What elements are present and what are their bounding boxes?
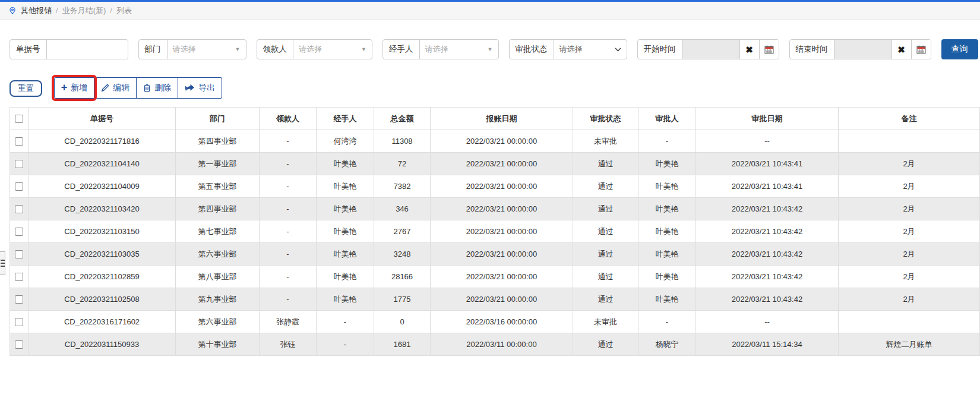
department-filter-group: 部门 请选择 ▼ xyxy=(138,39,246,59)
table-cell: 2月 xyxy=(839,175,980,198)
table-row: CD_20220321171816第四事业部-何湾湾113082022/03/2… xyxy=(10,130,980,153)
row-checkbox[interactable] xyxy=(15,250,23,258)
row-checkbox[interactable] xyxy=(15,228,23,236)
table-body: CD_20220321171816第四事业部-何湾湾113082022/03/2… xyxy=(10,130,980,356)
row-select-cell xyxy=(10,220,29,243)
table-cell: 第四事业部 xyxy=(176,130,260,153)
doc-no-input[interactable] xyxy=(47,40,128,59)
table-cell: - xyxy=(260,220,317,243)
row-checkbox[interactable] xyxy=(15,273,23,281)
export-button-label: 导出 xyxy=(198,83,215,93)
doc-no-filter-group: 单据号 xyxy=(10,39,128,59)
export-button[interactable]: 导出 xyxy=(178,77,222,99)
row-checkbox[interactable] xyxy=(15,205,23,213)
end-time-calendar-button[interactable] xyxy=(911,40,931,59)
drawer-handle-lines-icon xyxy=(1,260,5,261)
reset-button[interactable]: 重置 xyxy=(10,80,42,97)
row-checkbox[interactable] xyxy=(15,160,23,168)
table-row: CD_20220321103420第四事业部-叶美艳3462022/03/21 … xyxy=(10,198,980,220)
payee-label: 领款人 xyxy=(257,40,293,59)
column-header-6: 审批状态 xyxy=(573,108,638,130)
table-cell: 2022/03/21 10:43:42 xyxy=(696,288,839,311)
table-cell: 2022/03/21 00:00:00 xyxy=(431,198,573,220)
table-cell: 未审批 xyxy=(573,311,638,333)
trash-icon xyxy=(143,84,151,92)
clear-x-icon: ✖ xyxy=(897,45,905,54)
table-cell: 叶美艳 xyxy=(317,243,374,266)
filter-bar: 单据号 部门 请选择 ▼ 领款人 请选择 ▼ 经手人 请选择 ▼ 审批状态 请选… xyxy=(10,39,980,59)
row-select-cell xyxy=(10,288,29,311)
table-cell: 叶美艳 xyxy=(317,220,374,243)
department-select[interactable]: 请选择 ▼ xyxy=(167,40,246,59)
column-header-1: 部门 xyxy=(176,108,260,130)
table-cell: CD_20220321103420 xyxy=(29,198,176,220)
table-cell: -- xyxy=(696,130,839,153)
table-cell: 叶美艳 xyxy=(317,153,374,175)
end-time-label: 结束时间 xyxy=(790,40,834,59)
table-cell: 72 xyxy=(374,153,431,175)
table-cell: 2月 xyxy=(839,220,980,243)
row-checkbox[interactable] xyxy=(15,295,23,304)
table-cell: 未审批 xyxy=(573,130,638,153)
column-header-5: 报账日期 xyxy=(431,108,573,130)
table-cell: - xyxy=(260,130,317,153)
search-button[interactable]: 查询 xyxy=(941,39,978,59)
table-cell: - xyxy=(638,130,696,153)
approval-status-select[interactable]: 请选择 xyxy=(554,40,627,59)
add-button[interactable]: + 新增 xyxy=(54,77,95,99)
row-checkbox[interactable] xyxy=(15,137,23,146)
add-button-label: 新增 xyxy=(71,83,87,93)
handler-select[interactable]: 请选择 ▼ xyxy=(420,40,498,59)
row-select-cell xyxy=(10,333,29,356)
caret-down-icon: ▼ xyxy=(235,46,241,52)
delete-button[interactable]: 删除 xyxy=(137,77,178,99)
breadcrumb-item-module[interactable]: 业务月结(新) xyxy=(62,5,106,16)
payee-filter-group: 领款人 请选择 ▼ xyxy=(257,39,373,59)
start-time-filter-group: 开始时间 ✖ xyxy=(637,39,779,59)
row-select-cell xyxy=(10,243,29,266)
row-select-cell xyxy=(10,175,29,198)
table-cell: - xyxy=(260,243,317,266)
start-time-clear-button[interactable]: ✖ xyxy=(739,40,759,59)
table-cell: CD_20220321102859 xyxy=(29,266,176,288)
table-cell: 28166 xyxy=(374,266,431,288)
table-cell: 2022/03/21 10:43:42 xyxy=(696,198,839,220)
end-time-clear-button[interactable]: ✖ xyxy=(892,40,911,59)
breadcrumb-separator: / xyxy=(56,6,58,15)
table-cell: 第九事业部 xyxy=(176,288,260,311)
end-time-input[interactable] xyxy=(834,40,892,59)
table-cell: 第一事业部 xyxy=(176,153,260,175)
table-cell: - xyxy=(260,266,317,288)
start-time-input[interactable] xyxy=(682,40,739,59)
table-cell: 2767 xyxy=(374,220,431,243)
approval-status-select-placeholder: 请选择 xyxy=(559,44,583,55)
table-cell: 第八事业部 xyxy=(176,266,260,288)
column-header-0: 单据号 xyxy=(29,108,176,130)
table-cell: 何湾湾 xyxy=(317,130,374,153)
table-cell: 叶美艳 xyxy=(317,266,374,288)
department-select-placeholder: 请选择 xyxy=(173,44,196,55)
select-all-checkbox[interactable] xyxy=(15,115,23,123)
table-cell: 叶美艳 xyxy=(638,153,696,175)
table-cell: CD_20220321103035 xyxy=(29,243,176,266)
table-cell: CD_20220321104009 xyxy=(29,175,176,198)
table-cell: 叶美艳 xyxy=(317,288,374,311)
row-checkbox[interactable] xyxy=(15,182,23,191)
table-cell: 7382 xyxy=(374,175,431,198)
table-cell: 2月 xyxy=(839,198,980,220)
start-time-calendar-button[interactable] xyxy=(759,40,779,59)
payee-select[interactable]: 请选择 ▼ xyxy=(293,40,372,59)
breadcrumb-item-root[interactable]: 其他报销 xyxy=(21,5,52,16)
select-all-header-cell xyxy=(10,108,29,130)
table-cell: - xyxy=(260,198,317,220)
table-row: CD_20220321104009第五事业部-叶美艳73822022/03/21… xyxy=(10,175,980,198)
row-checkbox[interactable] xyxy=(15,318,23,326)
table-cell: 通过 xyxy=(573,333,638,356)
table-cell: 叶美艳 xyxy=(638,220,696,243)
edit-button[interactable]: 编辑 xyxy=(94,77,137,99)
side-drawer-handle[interactable] xyxy=(0,251,5,275)
row-checkbox[interactable] xyxy=(15,340,23,349)
breadcrumb-item-page[interactable]: 列表 xyxy=(116,5,132,16)
table-cell: 2022/03/21 00:00:00 xyxy=(431,220,573,243)
table-cell: 2022/03/21 00:00:00 xyxy=(431,266,573,288)
